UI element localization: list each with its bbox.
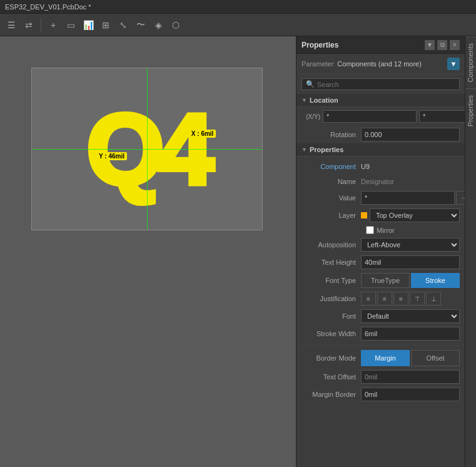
value-ellipsis-button[interactable]: ··· (456, 191, 465, 205)
font-row: Font Default (301, 307, 460, 325)
margin-border-input[interactable] (361, 387, 460, 401)
location-collapse-arrow: ▼ (301, 97, 307, 103)
stroke-width-row: Stroke Width (301, 325, 460, 342)
rotation-row: Rotation (296, 126, 465, 143)
font-label: Font (301, 312, 361, 320)
justification-row: Justification ≡ ≡ ≡ ⊤ ⊥ (301, 290, 460, 307)
wave-button[interactable]: 〜 (133, 18, 148, 33)
parameter-filter-button[interactable]: ▼ (447, 58, 460, 70)
font-select[interactable]: Default (361, 309, 460, 323)
app-title: ESP32_DEV_V01.PcbDoc * (5, 3, 91, 11)
parameter-value: Components (and 12 more) (337, 60, 443, 68)
properties-sub: Component U9 Name Designator Value ··· ⚙ (296, 157, 465, 406)
xy-row: (X/Y) 🔓 (296, 107, 465, 126)
panel-title: Properties (301, 41, 338, 49)
filter-button[interactable]: ☰ (4, 18, 19, 33)
properties-panel: Properties ▼ ⧉ × Parameter Components (a… (296, 36, 465, 467)
panel-float-button[interactable]: ⧉ (437, 40, 447, 50)
sidebar-tab-properties[interactable]: Properties (465, 88, 476, 133)
rect-button[interactable]: ▭ (63, 18, 78, 33)
y-input[interactable] (419, 110, 465, 123)
title-bar: ESP32_DEV_V01.PcbDoc * (0, 0, 476, 14)
autoposition-select[interactable]: Left-Above (361, 238, 460, 252)
mirror-label: Mirror (377, 227, 395, 234)
x-input[interactable] (323, 110, 417, 123)
search-input[interactable] (317, 81, 455, 88)
text-offset-label: Text Offset (301, 373, 361, 381)
value-row: Value ··· ⚙ (301, 189, 460, 207)
justification-buttons: ≡ ≡ ≡ ⊤ ⊥ (361, 292, 460, 305)
just-top-button[interactable]: ⊤ (410, 292, 425, 305)
autoposition-row: Autoposition Left-Above (301, 236, 460, 254)
layer-select[interactable]: Top Overlay (370, 208, 460, 222)
route-button[interactable]: ⤡ (116, 18, 131, 33)
component-button[interactable]: ⊞ (98, 18, 113, 33)
margin-border-label: Margin Border (301, 391, 361, 398)
toolbar: ☰ ⇄ + ▭ 📊 ⊞ ⤡ 〜 ◈ ⬡ (0, 14, 476, 36)
panel-close-button[interactable]: × (450, 40, 460, 50)
margin-button[interactable]: Margin (361, 350, 410, 366)
stroke-button[interactable]: Stroke (411, 273, 460, 288)
font-type-row: Font Type TrueType Stroke (301, 271, 460, 290)
just-center-button[interactable]: ≡ (377, 292, 392, 305)
properties-section-header[interactable]: ▼ Properties (296, 143, 465, 157)
rotation-label: Rotation (301, 131, 361, 138)
add-button[interactable]: + (46, 18, 61, 33)
pin-button[interactable]: ◈ (151, 18, 166, 33)
text-height-input[interactable] (361, 255, 460, 269)
margin-border-row: Margin Border (301, 386, 460, 403)
offset-button[interactable]: Offset (411, 350, 460, 366)
crosshair-horizontal (32, 149, 262, 150)
component-label: Component (301, 163, 361, 170)
location-section-title: Location (310, 96, 338, 104)
value-label: Value (301, 194, 361, 202)
font-type-buttons: TrueType Stroke (361, 273, 460, 288)
parameter-row: Parameter Components (and 12 more) ▼ (296, 54, 465, 74)
text-height-label: Text Height (301, 259, 361, 266)
justification-label: Justification (301, 295, 361, 302)
location-section-header[interactable]: ▼ Location (296, 94, 465, 107)
layer-button[interactable]: ⬡ (168, 18, 183, 33)
divider-1 (301, 345, 460, 346)
component-value: U9 (361, 163, 460, 170)
properties-collapse-arrow: ▼ (301, 146, 307, 153)
mirror-checkbox-label[interactable]: Mirror (366, 226, 395, 234)
text-offset-row: Text Offset (301, 368, 460, 386)
text-offset-input[interactable] (361, 370, 460, 384)
value-input[interactable] (361, 191, 455, 205)
name-label: Name (301, 178, 361, 185)
main-layout: Q4 X : 6mil Y : 46mil Properties ▼ ⧉ × P… (0, 36, 476, 467)
properties-section-title: Properties (310, 146, 343, 153)
mirror-checkbox[interactable] (366, 226, 374, 234)
font-type-label: Font Type (301, 277, 361, 284)
xy-label: (X/Y) (301, 113, 320, 120)
search-icon: 🔍 (306, 80, 315, 88)
toolbar-separator (41, 19, 41, 31)
border-mode-row: Border Mode Margin Offset (301, 348, 460, 368)
panel-header-buttons: ▼ ⧉ × (425, 40, 460, 50)
mirror-row: Mirror (301, 224, 460, 236)
rotation-input[interactable] (361, 128, 460, 141)
canvas-area: Q4 X : 6mil Y : 46mil (0, 36, 296, 467)
search-box: 🔍 (301, 78, 460, 90)
just-left-button[interactable]: ≡ (361, 292, 376, 305)
stroke-width-label: Stroke Width (301, 330, 361, 337)
net-button[interactable]: ⇄ (21, 18, 36, 33)
just-bottom-button[interactable]: ⊥ (426, 292, 441, 305)
panel-header: Properties ▼ ⧉ × (296, 36, 465, 54)
panel-menu-button[interactable]: ▼ (425, 40, 435, 50)
layer-label: Layer (301, 212, 361, 219)
stroke-width-input[interactable] (361, 327, 460, 341)
sidebar-tabs: Components Properties (465, 36, 476, 467)
chart-button[interactable]: 📊 (81, 18, 96, 33)
autoposition-label: Autoposition (301, 241, 361, 249)
truetype-button[interactable]: TrueType (361, 273, 410, 288)
sidebar-tab-components[interactable]: Components (465, 36, 476, 88)
component-row: Component U9 (301, 159, 460, 174)
layer-color-swatch (361, 212, 367, 218)
parameter-label: Parameter (301, 60, 333, 68)
name-value: Designator (361, 178, 460, 185)
just-right-button[interactable]: ≡ (393, 292, 408, 305)
name-row: Name Designator (301, 174, 460, 189)
panel-content: Parameter Components (and 12 more) ▼ 🔍 ▼… (296, 54, 465, 467)
